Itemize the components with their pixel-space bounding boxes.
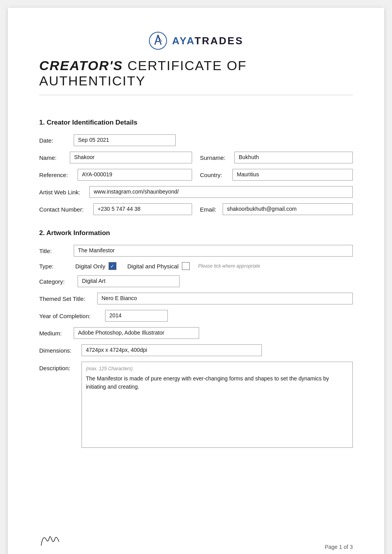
logo-area: AYATRADES [149, 31, 243, 50]
digital-only-text: Digital Only [75, 263, 105, 270]
year-value: 2014 [105, 310, 168, 322]
dimensions-row: Dimensions: 4724px x 4724px, 400dpi [39, 344, 353, 356]
medium-label: Medium: [39, 330, 71, 337]
artwork-title-value: The Manifestor [74, 245, 353, 257]
weblink-label: Artist Web Link: [39, 189, 86, 196]
footer: Page 1 of 3 [39, 532, 353, 550]
name-value: Shakoor [70, 152, 192, 163]
description-row: Description: (max. 125 Characters) The M… [39, 362, 353, 448]
year-row: Year of Completion: 2014 [39, 310, 353, 322]
contact-label: Contact Number: [39, 206, 90, 213]
reference-value: AYA-000019 [78, 169, 192, 181]
name-row: Name: Shakoor Surname: Bukhuth [39, 152, 353, 163]
year-label: Year of Completion: [39, 313, 102, 319]
type-row: Type: Digital Only ✓ Digital and Physica… [39, 262, 353, 270]
name-label: Name: [39, 154, 67, 161]
digital-only-checkbox[interactable]: ✓ [109, 262, 116, 270]
themed-row: Themed Set Title: Nero E Bianco [39, 293, 353, 304]
medium-value: Adobe Photoshop, Adobe Illustrator [74, 327, 199, 339]
digital-physical-text: Digital and Physical [127, 263, 179, 270]
contact-col: Contact Number: +230 5 747 44 38 [39, 203, 192, 215]
digital-physical-group: Digital and Physical [127, 262, 190, 270]
digital-only-group: Digital Only ✓ [75, 262, 116, 270]
category-label: Category: [39, 278, 74, 285]
header-divider [39, 95, 353, 95]
medium-row: Medium: Adobe Photoshop, Adobe Illustrat… [39, 327, 353, 339]
surname-value: Bukhuth [234, 152, 353, 163]
section-artwork: 2. Artwork Information Title: The Manife… [39, 229, 353, 448]
description-label: Description: [39, 362, 78, 371]
date-value: Sep 05 2021 [74, 134, 176, 146]
type-note: Please tick where appropriate [198, 263, 260, 269]
certificate-page: AYATRADES CREATOR'S CERTIFICATE OF AUTHE… [8, 8, 384, 554]
digital-physical-checkbox[interactable] [182, 262, 190, 270]
type-label: Type: [39, 263, 71, 270]
email-label: Email: [200, 206, 220, 213]
date-row: Date: Sep 05 2021 [39, 134, 353, 146]
brand-part2: TRADES [194, 35, 243, 47]
category-value: Digital Art [78, 275, 180, 287]
brand-name: AYATRADES [172, 35, 243, 47]
artwork-title-row: Title: The Manifestor [39, 245, 353, 257]
header: AYATRADES CREATOR'S CERTIFICATE OF AUTHE… [39, 31, 353, 107]
section-creator: 1. Creator Identification Details Date: … [39, 119, 353, 215]
reference-row: Reference: AYA-000019 Country: Mauritius [39, 169, 353, 181]
description-hint: (max. 125 Characters) [86, 366, 348, 371]
signature-svg [39, 532, 63, 547]
logo-icon [149, 31, 167, 50]
artwork-title-label: Title: [39, 248, 71, 254]
weblink-row: Artist Web Link: www.instagram.com/shaun… [39, 186, 353, 198]
reference-label: Reference: [39, 172, 74, 178]
contact-row: Contact Number: +230 5 747 44 38 Email: … [39, 203, 353, 215]
description-text: The Manifestor is made of pure energy wi… [86, 375, 348, 391]
themed-value: Nero E Bianco [97, 293, 353, 304]
contact-value: +230 5 747 44 38 [93, 203, 192, 215]
reference-col: Reference: AYA-000019 [39, 169, 192, 181]
date-label: Date: [39, 137, 71, 144]
country-col: Country: Mauritius [200, 169, 353, 181]
name-col: Name: Shakoor [39, 152, 192, 163]
cert-title-bold: CREATOR'S [39, 58, 123, 73]
surname-col: Surname: Bukhuth [200, 152, 353, 163]
cert-title: CREATOR'S CERTIFICATE OF AUTHENTICITY [39, 58, 353, 89]
category-row: Category: Digital Art [39, 275, 353, 287]
brand-part1: AYA [172, 35, 194, 47]
themed-label: Themed Set Title: [39, 295, 94, 302]
surname-label: Surname: [200, 154, 231, 161]
email-value: shakoorbukhuth@gmail.com [223, 203, 353, 215]
country-value: Mauritius [232, 169, 353, 181]
description-box: (max. 125 Characters) The Manifestor is … [82, 362, 353, 448]
country-label: Country: [200, 172, 229, 178]
dimensions-label: Dimensions: [39, 347, 78, 354]
signature [39, 532, 63, 550]
email-col: Email: shakoorbukhuth@gmail.com [200, 203, 353, 215]
dimensions-value: 4724px x 4724px, 400dpi [82, 344, 262, 356]
weblink-value: www.instagram.com/shaunbeyond/ [89, 186, 353, 198]
section1-heading: 1. Creator Identification Details [39, 119, 353, 127]
section2-heading: 2. Artwork Information [39, 229, 353, 237]
page-number: Page 1 of 3 [325, 544, 353, 550]
